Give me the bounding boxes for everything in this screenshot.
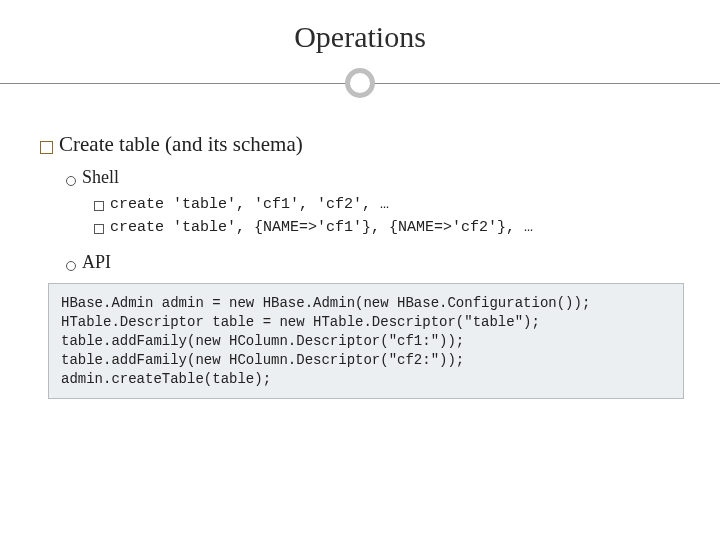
- title-rule: [36, 68, 684, 98]
- code-block: HBase.Admin admin = new HBase.Admin(new …: [48, 283, 684, 399]
- bullet-level-1: Create table (and its schema): [40, 132, 684, 157]
- shell-line-1: create 'table', 'cf1', 'cf2', …: [110, 196, 389, 213]
- content: Create table (and its schema) Shell crea…: [36, 132, 684, 399]
- title-circle-icon: [345, 68, 375, 98]
- square-bullet-icon: [40, 141, 53, 154]
- api-label: API: [82, 252, 111, 273]
- square-bullet-small-icon: [94, 201, 104, 211]
- slide: Operations Create table (and its schema)…: [0, 0, 720, 540]
- title-block: Operations: [36, 20, 684, 98]
- shell-line-2: create 'table', {NAME=>'cf1'}, {NAME=>'c…: [110, 219, 533, 236]
- open-circle-bullet-icon: [66, 261, 76, 271]
- bullet-level-2: API: [66, 252, 684, 273]
- open-circle-bullet-icon: [66, 176, 76, 186]
- square-bullet-small-icon: [94, 224, 104, 234]
- bullet-level-3: create 'table', {NAME=>'cf1'}, {NAME=>'c…: [94, 219, 684, 236]
- section-heading: Create table (and its schema): [59, 132, 303, 157]
- spacer: [40, 242, 684, 252]
- shell-label: Shell: [82, 167, 119, 188]
- bullet-level-3: create 'table', 'cf1', 'cf2', …: [94, 196, 684, 213]
- bullet-level-2: Shell: [66, 167, 684, 188]
- slide-title: Operations: [36, 20, 684, 68]
